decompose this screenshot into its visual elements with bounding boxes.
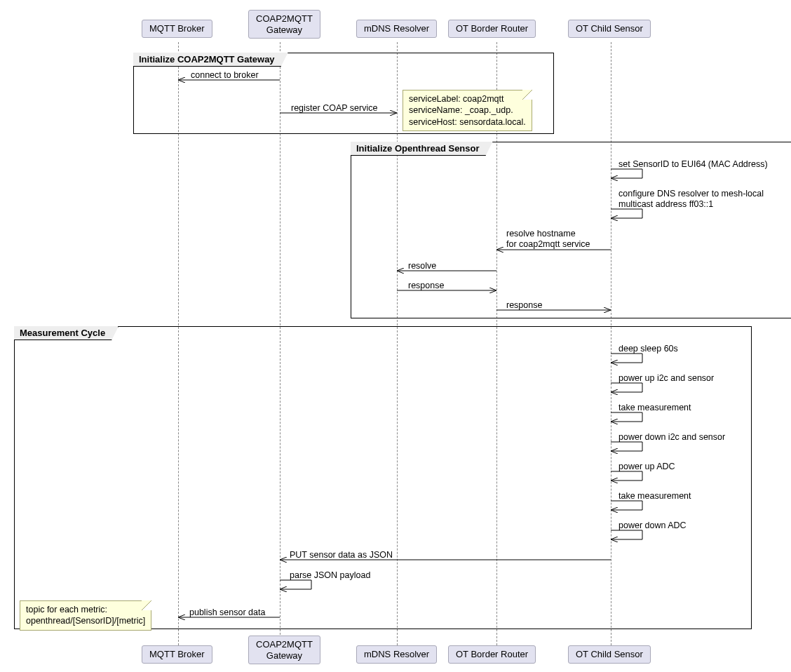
msg-powerup-i2c: power up i2c and sensor <box>618 373 714 384</box>
sequence-diagram: MQTT Broker COAP2MQTT Gateway mDNS Resol… <box>7 7 784 665</box>
participant-sensor-bottom: OT Child Sensor <box>568 645 651 664</box>
msg-put-json: PUT sensor data as JSON <box>290 550 393 560</box>
msg-powerup-adc: power up ADC <box>618 462 675 472</box>
msg-powerdown-adc: power down ADC <box>618 520 687 531</box>
group-measurement <box>14 326 752 629</box>
msg-resolve-host: resolve hostname for coap2mqtt service <box>506 229 590 250</box>
participant-sensor-top: OT Child Sensor <box>568 20 651 38</box>
group-init-sensor-label: Initialize Openthread Sensor <box>351 142 493 156</box>
participant-mqtt-top: MQTT Broker <box>142 20 212 38</box>
msg-parse: parse JSON payload <box>290 570 370 581</box>
participant-otbr-bottom: OT Border Router <box>448 645 536 664</box>
msg-sensorid: set SensorID to EUI64 (MAC Address) <box>618 159 768 170</box>
msg-register: register COAP service <box>291 103 377 114</box>
msg-measure2: take measurement <box>618 491 691 502</box>
participant-mdns-top: mDNS Resolver <box>356 20 437 38</box>
msg-powerdown-i2c: power down i2c and sensor <box>618 432 725 443</box>
note-topic: topic for each metric: openthread/[Senso… <box>20 600 151 631</box>
msg-response2: response <box>506 300 542 311</box>
msg-dnsconfig: configure DNS resolver to mesh-local mul… <box>618 189 764 210</box>
msg-response1: response <box>408 281 444 291</box>
note-service: serviceLabel: coap2mqtt serviceName: _co… <box>403 90 532 131</box>
participant-mdns-bottom: mDNS Resolver <box>356 645 437 664</box>
group-init-gateway-label: Initialize COAP2MQTT Gateway <box>133 53 288 67</box>
msg-measure1: take measurement <box>618 403 691 413</box>
participant-mqtt-bottom: MQTT Broker <box>142 645 212 664</box>
msg-sleep: deep sleep 60s <box>618 344 678 354</box>
msg-publish: publish sensor data <box>189 607 265 618</box>
group-measurement-label: Measurement Cycle <box>14 326 119 340</box>
participant-gateway-top: COAP2MQTT Gateway <box>248 10 320 39</box>
participant-otbr-top: OT Border Router <box>448 20 536 38</box>
msg-connect: connect to broker <box>191 70 259 81</box>
msg-resolve: resolve <box>408 261 436 271</box>
participant-gateway-bottom: COAP2MQTT Gateway <box>248 636 320 664</box>
